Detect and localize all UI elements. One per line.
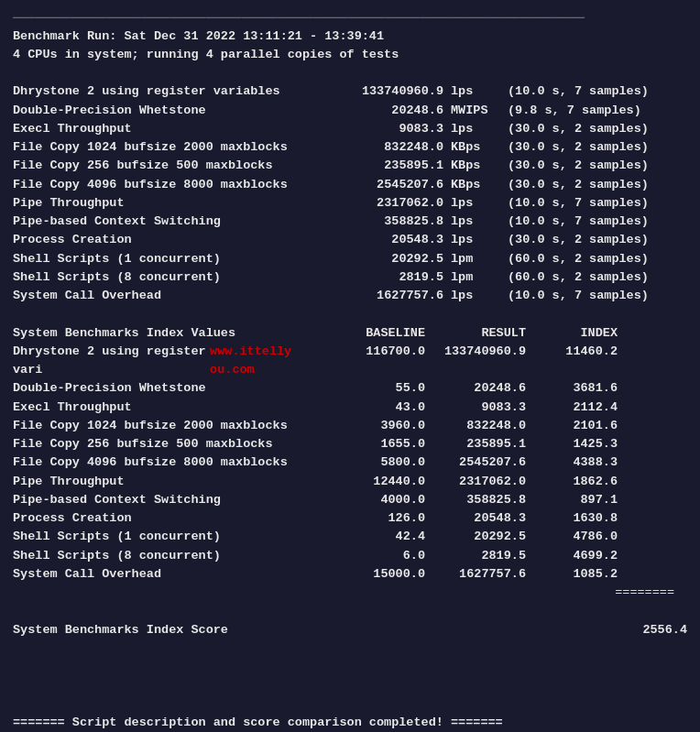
index-row-2: Execl Throughput 43.0 9083.3 2112.4 — [13, 399, 687, 417]
benchmark-row-11: System Call Overhead 1627757.6 lps (10.0… — [13, 287, 687, 305]
header-line2: 4 CPUs in system; running 4 parallel cop… — [13, 46, 687, 64]
benchmark-row-4: File Copy 256 bufsize 500 maxblocks 2358… — [13, 157, 687, 175]
benchmark-row-9: Shell Scripts (1 concurrent) 20292.5 lpm… — [13, 250, 687, 268]
index-row-0: Dhrystone 2 using register variwww.ittel… — [13, 343, 687, 380]
index-row-8: Process Creation 126.0 20548.3 1630.8 — [13, 509, 687, 528]
score-row: System Benchmarks Index Score 2556.4 — [13, 621, 687, 639]
index-row-4: File Copy 256 bufsize 500 maxblocks 1655… — [13, 435, 687, 453]
top-separator: ────────────────────────────────────────… — [13, 9, 687, 27]
benchmark-row-1: Double-Precision Whetstone 20248.6 MWIPS… — [13, 102, 687, 120]
index-row-3: File Copy 1024 bufsize 2000 maxblocks 39… — [13, 417, 687, 435]
benchmark-row-7: Pipe-based Context Switching 358825.8 lp… — [13, 213, 687, 231]
index-row-1: Double-Precision Whetstone 55.0 20248.6 … — [13, 379, 687, 398]
benchmark-results: Dhrystone 2 using register variables 133… — [13, 82, 687, 305]
terminal-output: ────────────────────────────────────────… — [13, 9, 687, 732]
index-table-header: System Benchmarks Index Values BASELINE … — [13, 324, 687, 343]
benchmark-row-5: File Copy 4096 bufsize 8000 maxblocks 25… — [13, 176, 687, 194]
index-row-10: Shell Scripts (8 concurrent) 6.0 2819.5 … — [13, 547, 687, 565]
index-table: System Benchmarks Index Values BASELINE … — [13, 324, 687, 639]
benchmark-row-3: File Copy 1024 bufsize 2000 maxblocks 83… — [13, 138, 687, 157]
equals-separator: ======== — [13, 584, 687, 602]
completion-line: ======= Script description and score com… — [13, 714, 687, 732]
benchmark-row-2: Execl Throughput 9083.3 lps (30.0 s, 2 s… — [13, 120, 687, 138]
index-row-5: File Copy 4096 bufsize 8000 maxblocks 58… — [13, 453, 687, 472]
benchmark-row-8: Process Creation 20548.3 lps (30.0 s, 2 … — [13, 231, 687, 249]
index-row-11: System Call Overhead 15000.0 1627757.6 1… — [13, 565, 687, 584]
index-row-6: Pipe Throughput 12440.0 2317062.0 1862.6 — [13, 473, 687, 491]
header-line1: Benchmark Run: Sat Dec 31 2022 13:11:21 … — [13, 27, 687, 46]
benchmark-row-10: Shell Scripts (8 concurrent) 2819.5 lpm … — [13, 268, 687, 287]
benchmark-row-0: Dhrystone 2 using register variables 133… — [13, 82, 687, 101]
index-row-7: Pipe-based Context Switching 4000.0 3588… — [13, 491, 687, 509]
index-row-9: Shell Scripts (1 concurrent) 42.4 20292.… — [13, 528, 687, 546]
benchmark-row-6: Pipe Throughput 2317062.0 lps (10.0 s, 7… — [13, 194, 687, 213]
